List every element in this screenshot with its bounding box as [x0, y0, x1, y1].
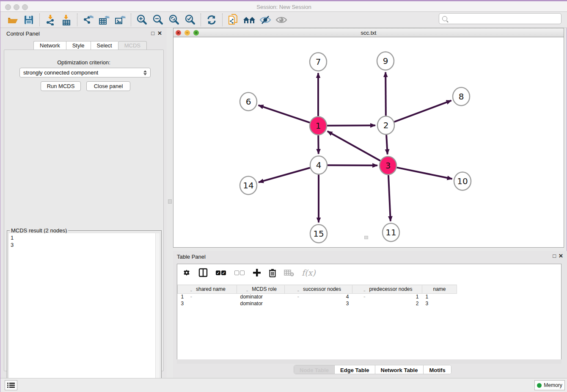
import-network-button[interactable]	[43, 14, 58, 26]
zoom-fit-button[interactable]	[167, 14, 181, 26]
tab-node-table[interactable]: Node Table	[294, 365, 335, 374]
cell-shared-name[interactable]: 1	[178, 293, 237, 300]
refresh-icon	[206, 15, 217, 25]
graph-node-label: 6	[246, 97, 251, 107]
show-all-button[interactable]	[274, 14, 289, 26]
tab-network[interactable]: Network	[33, 41, 66, 50]
export-table-button[interactable]	[97, 14, 111, 26]
float-panel-icon[interactable]: □	[151, 30, 154, 36]
refresh-button[interactable]	[204, 14, 219, 26]
edge-4-14[interactable]	[259, 168, 310, 182]
zoom-out-button[interactable]	[151, 14, 165, 26]
edge-3-10[interactable]	[397, 168, 452, 179]
tab-motifs[interactable]: Motifs	[424, 365, 451, 374]
import-table-button[interactable]	[59, 14, 74, 26]
zoom-in-button[interactable]	[135, 14, 149, 26]
memory-button[interactable]: Memory	[534, 380, 565, 390]
delete-table-icon	[284, 269, 294, 276]
edge-3-1[interactable]	[328, 131, 380, 161]
table-panel: Table Panel □ ✕ ✓✓	[173, 251, 567, 378]
export-image-button[interactable]	[113, 14, 127, 26]
edge-3-11[interactable]	[388, 175, 391, 221]
checked-box-icon: ✓	[216, 271, 220, 275]
column-header-mcds-role[interactable]: MCDS role	[237, 285, 285, 293]
eye-icon	[275, 15, 287, 25]
open-folder-icon	[7, 15, 18, 25]
tab-mcds[interactable]: MCDS	[118, 41, 147, 50]
column-type-icon	[362, 287, 367, 291]
import-network-icon	[45, 14, 55, 25]
vertical-splitter[interactable]	[167, 28, 173, 378]
cell-name[interactable]: 1	[422, 293, 457, 300]
status-bar: Memory	[0, 378, 567, 392]
edge-4-3[interactable]	[328, 165, 377, 166]
edge-2-3[interactable]	[386, 135, 388, 154]
function-builder-button[interactable]: f(x)	[302, 268, 316, 277]
delete-table-button[interactable]	[284, 269, 294, 276]
close-panel-button[interactable]: Close panel	[86, 81, 130, 91]
tab-network-table[interactable]: Network Table	[375, 365, 424, 374]
column-header-predecessor-nodes[interactable]: predecessor nodes	[352, 285, 422, 293]
cell-mcds-role[interactable]: dominator	[237, 293, 285, 300]
save-session-button[interactable]	[22, 14, 36, 26]
export-network-button[interactable]	[81, 14, 95, 26]
hide-selected-button[interactable]	[258, 14, 272, 26]
float-table-panel-icon[interactable]: □	[553, 253, 556, 259]
edge-1-4[interactable]	[318, 135, 319, 154]
criterion-select[interactable]: strongly connected component	[19, 68, 151, 77]
cell-mcds-role[interactable]: dominator	[237, 300, 285, 307]
task-history-button[interactable]	[5, 380, 17, 390]
result-scrollbar[interactable]	[155, 233, 160, 388]
column-header-successor-nodes[interactable]: successor nodes	[285, 285, 352, 293]
show-columns-button[interactable]	[198, 268, 208, 277]
search-input[interactable]	[450, 14, 561, 23]
table-row[interactable]: 1 dominator 4 1 1	[178, 293, 457, 300]
network-window-titlebar[interactable]: ✕ – + scc.txt	[173, 28, 564, 37]
graph-node-label: 11	[385, 227, 396, 237]
column-header-shared-name[interactable]: shared name	[178, 285, 237, 293]
delete-column-button[interactable]	[269, 268, 276, 277]
network-view-window: ✕ – + scc.txt 7968124314101511	[173, 28, 564, 248]
table-settings-button[interactable]	[182, 268, 191, 277]
select-all-button[interactable]: ✓✓	[215, 271, 226, 275]
open-session-button[interactable]	[6, 14, 20, 26]
cell-successor-nodes[interactable]: 4	[285, 293, 352, 300]
table-panel-title: Table Panel	[177, 254, 206, 260]
first-neighbors-button[interactable]	[242, 14, 256, 26]
node-table: shared name MCDS role successor nodes pr…	[177, 284, 457, 307]
mcds-result-text[interactable]: 1 3	[9, 233, 155, 388]
table-row[interactable]: 3 dominator 3 2 3	[178, 300, 457, 307]
homes-icon	[243, 15, 256, 25]
cell-name[interactable]: 3	[422, 300, 457, 307]
export-image-icon	[115, 14, 126, 25]
deselect-all-button[interactable]	[234, 271, 245, 275]
cell-shared-name[interactable]: 3	[178, 300, 237, 307]
network-canvas[interactable]: 7968124314101511	[173, 37, 564, 248]
mcds-result-group: MCDS result (2 nodes) 1 3	[7, 230, 162, 390]
close-panel-icon[interactable]: ✕	[157, 30, 162, 36]
duplicate-network-button[interactable]	[226, 14, 240, 26]
create-column-button[interactable]	[253, 268, 261, 277]
run-mcds-button[interactable]: Run MCDS	[41, 81, 81, 91]
zoom-selected-button[interactable]	[183, 14, 197, 26]
select-stepper-icon	[143, 70, 147, 75]
column-header-name[interactable]: name	[422, 285, 457, 293]
graph-node-label: 1	[316, 121, 321, 131]
network-canvas-svg: 7968124314101511	[173, 37, 564, 247]
tab-edge-table[interactable]: Edge Table	[335, 365, 375, 374]
cell-predecessor-nodes[interactable]: 2	[352, 300, 422, 307]
edge-2-9[interactable]	[385, 72, 386, 116]
cell-successor-nodes[interactable]: 3	[285, 300, 352, 307]
edge-1-6[interactable]	[259, 105, 310, 123]
table-tabs: Node Table Edge Table Network Table Moti…	[294, 365, 451, 374]
tab-style[interactable]: Style	[66, 41, 91, 50]
splitter-grip[interactable]	[168, 199, 172, 204]
tab-select[interactable]: Select	[91, 41, 118, 50]
horizontal-splitter-grip[interactable]	[364, 236, 368, 239]
close-table-panel-icon[interactable]: ✕	[559, 253, 563, 259]
unchecked-box-icon	[234, 271, 239, 275]
edge-1-2[interactable]	[327, 125, 375, 126]
cell-predecessor-nodes[interactable]: 1	[352, 293, 422, 300]
search-box[interactable]	[439, 13, 561, 24]
edge-2-8[interactable]	[394, 100, 451, 122]
